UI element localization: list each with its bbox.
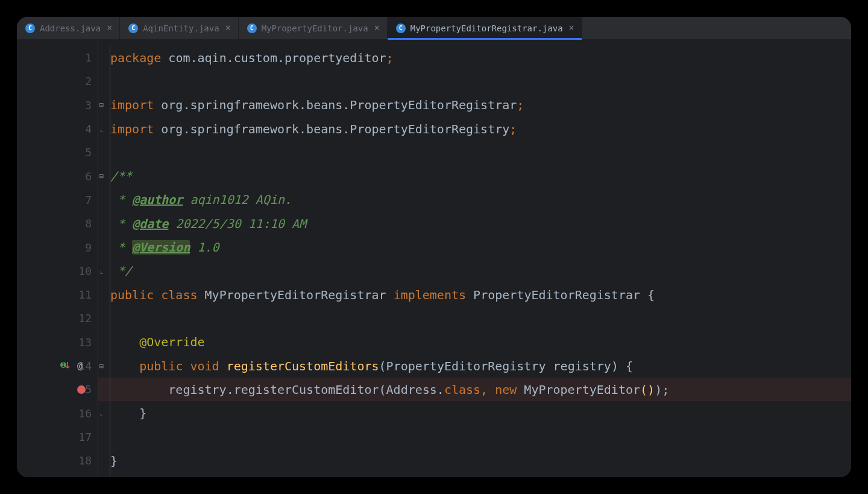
- constructor: MyPropertyEditor: [517, 382, 640, 397]
- tab-aqinentity[interactable]: C AqinEntity.java ×: [120, 17, 238, 39]
- tab-label: MyPropertyEditorRegistrar.java: [410, 24, 563, 33]
- tab-mypropertyeditorregistrar[interactable]: C MyPropertyEditorRegistrar.java ×: [388, 17, 582, 39]
- close-icon[interactable]: ×: [373, 24, 381, 33]
- code-line[interactable]: */: [98, 259, 851, 283]
- punct: ;: [517, 98, 524, 112]
- editor: 1 2 3⊟ 4⌞ 5 6⊟ 7 8 9 10⌞ 11 12 13 I @ 14…: [17, 40, 851, 477]
- code-line-breakpoint[interactable]: registry.registerCustomEditor(Address.cl…: [98, 378, 851, 401]
- line-number: 7: [74, 194, 92, 206]
- gutter-row[interactable]: 13: [17, 331, 98, 354]
- comment: *: [110, 240, 132, 255]
- ide-window: C Address.java × C AqinEntity.java × C M…: [17, 17, 851, 477]
- java-class-icon: C: [247, 24, 257, 33]
- gutter-row[interactable]: 1: [17, 46, 98, 69]
- code-line[interactable]: package com.aqin.custom.propertyeditor;: [98, 46, 851, 69]
- gutter-row[interactable]: 12: [17, 306, 98, 330]
- keyword: import: [110, 98, 154, 112]
- package-path: com.aqin.custom.propertyeditor: [161, 51, 386, 65]
- code-line[interactable]: import org.springframework.beans.Propert…: [98, 93, 851, 117]
- gutter-row[interactable]: 4⌞: [17, 117, 98, 141]
- gutter-row[interactable]: 15: [17, 378, 98, 401]
- tab-label: MyPropertyEditor.java: [262, 24, 368, 33]
- code-line[interactable]: }: [98, 449, 851, 472]
- comment: *: [110, 217, 132, 231]
- annotation: @Override: [110, 335, 205, 349]
- paren: ): [611, 359, 618, 373]
- override-method-icon[interactable]: I: [60, 360, 70, 372]
- paren: (): [640, 382, 655, 397]
- gutter-row[interactable]: 6⊟: [17, 164, 98, 188]
- svg-text:I: I: [62, 363, 65, 368]
- comment: */: [110, 264, 132, 278]
- gutter-row[interactable]: 7: [17, 188, 98, 212]
- java-class-icon: C: [25, 24, 35, 33]
- indent: [110, 406, 139, 420]
- code-line[interactable]: [98, 69, 851, 93]
- gutter-row[interactable]: 18: [17, 449, 98, 472]
- close-icon[interactable]: ×: [224, 24, 232, 33]
- line-number: 5: [74, 146, 92, 159]
- code-line[interactable]: public class MyPropertyEditorRegistrar i…: [98, 283, 851, 306]
- gutter-row[interactable]: 10⌞: [17, 259, 98, 283]
- code-line[interactable]: [98, 425, 851, 449]
- keyword: void: [183, 359, 226, 373]
- tab-mypropertyeditor[interactable]: C MyPropertyEditor.java ×: [239, 17, 388, 39]
- line-number: 6: [74, 170, 92, 183]
- line-number: 2: [74, 75, 92, 87]
- doc-tag: @author: [132, 192, 183, 207]
- keyword: class: [444, 382, 480, 397]
- line-number: 17: [74, 431, 92, 443]
- gutter-row[interactable]: 17: [17, 425, 98, 449]
- gutter-row[interactable]: 3⊟: [17, 93, 98, 117]
- brace: {: [647, 288, 655, 302]
- keyword: import: [110, 122, 154, 136]
- param-name: registry: [553, 359, 611, 373]
- java-class-icon: C: [128, 24, 138, 33]
- code-area[interactable]: package com.aqin.custom.propertyeditor; …: [98, 40, 851, 477]
- code-line[interactable]: public void registerCustomEditors(Proper…: [98, 354, 851, 378]
- close-icon[interactable]: ×: [105, 24, 113, 33]
- punct: ,: [480, 382, 495, 397]
- paren: (: [379, 359, 386, 373]
- keyword: package: [110, 51, 161, 65]
- line-number: 4: [74, 122, 92, 135]
- code-line[interactable]: * @date 2022/5/30 11:10 AM: [98, 212, 851, 235]
- indent: [110, 359, 139, 373]
- gutter-row[interactable]: 11: [17, 283, 98, 306]
- annotation-gutter-icon[interactable]: @: [77, 361, 83, 372]
- code-line[interactable]: * @author aqin1012 AQin.: [98, 188, 851, 212]
- line-number: 11: [74, 288, 92, 301]
- gutter-row[interactable]: I @ 14 ⊟: [17, 354, 98, 378]
- doc-tag: @Version: [132, 240, 190, 255]
- tab-bar: C Address.java × C AqinEntity.java × C M…: [17, 17, 851, 40]
- code-line[interactable]: import org.springframework.beans.Propert…: [98, 117, 851, 141]
- comment: *: [110, 192, 132, 207]
- line-number: 12: [74, 312, 92, 325]
- doc-tag: @date: [132, 217, 168, 231]
- line-number: 9: [74, 241, 92, 254]
- line-number: 18: [74, 454, 92, 467]
- gutter-row[interactable]: 9: [17, 235, 98, 259]
- gutter-row[interactable]: 16⌞: [17, 401, 98, 425]
- gutter: 1 2 3⊟ 4⌞ 5 6⊟ 7 8 9 10⌞ 11 12 13 I @ 14…: [17, 40, 98, 477]
- line-number: 1: [74, 51, 92, 64]
- code-line[interactable]: /**: [98, 164, 851, 188]
- method-name: registerCustomEditors: [227, 359, 379, 373]
- punct: );: [655, 382, 669, 397]
- gutter-row[interactable]: 2: [17, 69, 98, 93]
- keyword: public: [110, 288, 154, 302]
- class-name: MyPropertyEditorRegistrar: [205, 288, 394, 302]
- code-line[interactable]: [98, 141, 851, 164]
- breakpoint-icon[interactable]: [77, 385, 86, 394]
- code-line[interactable]: * @Version 1.0: [98, 235, 851, 259]
- tab-address[interactable]: C Address.java ×: [17, 17, 120, 39]
- code-line[interactable]: @Override: [98, 331, 851, 354]
- code-line[interactable]: [98, 306, 851, 330]
- close-icon[interactable]: ×: [568, 24, 576, 33]
- gutter-row[interactable]: 8: [17, 212, 98, 235]
- keyword: new: [495, 382, 517, 397]
- interface-name: PropertyEditorRegistrar: [466, 288, 647, 302]
- brace: }: [139, 406, 146, 420]
- gutter-row[interactable]: 5: [17, 141, 98, 164]
- code-line[interactable]: }: [98, 401, 851, 425]
